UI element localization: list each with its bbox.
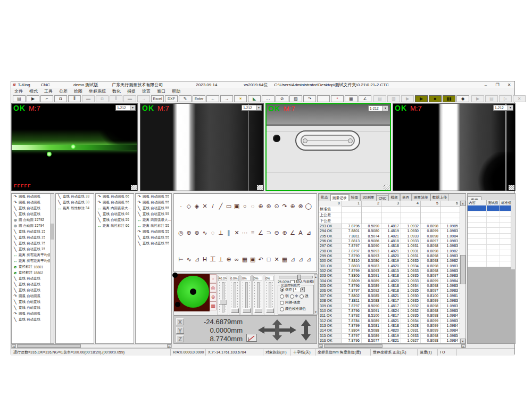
tool-icon-1-9[interactable]: ○ xyxy=(241,202,248,210)
elements-row[interactable] xyxy=(468,256,512,262)
table-row[interactable]: 293 OK7.87968.50901.48171.09320.80981.09… xyxy=(319,224,460,229)
toolbar-open-button[interactable]: ▶ xyxy=(27,95,39,102)
elements-row[interactable] xyxy=(468,234,512,240)
tool-icon-2-17[interactable]: ⊿ xyxy=(305,229,312,236)
resize-grip[interactable] xyxy=(131,185,137,190)
element-item[interactable]: ⊕圆自动圆 15792 xyxy=(12,217,54,223)
table-row[interactable]: 308 OK7.88118.50881.48171.09350.80991.09… xyxy=(319,299,460,303)
table-row[interactable]: 301 OK7.88038.50831.48201.09340.80981.09… xyxy=(319,264,460,269)
scroll-right-icon[interactable]: ▸ xyxy=(461,344,466,348)
tool-icon-2-7[interactable]: ∥ xyxy=(225,229,232,236)
ring-seg-2-button[interactable]: ◎ xyxy=(210,283,217,292)
tab-测量清单[interactable]: 测量清单 xyxy=(412,194,430,201)
toolbar-dash-button[interactable]: - - xyxy=(262,95,275,102)
tool-icon-2-1[interactable]: ◎ xyxy=(177,229,185,236)
table-row[interactable]: 312 OK7.87848.50891.48211.09340.80991.09… xyxy=(319,319,460,324)
camera-view-2[interactable]: OK M:7 1-212▼ xyxy=(140,103,264,191)
ring-seg-1-button[interactable]: ◦ xyxy=(210,274,217,283)
elements-row[interactable] xyxy=(468,261,512,267)
tab-3D测量[interactable]: 3D测量 xyxy=(360,194,376,201)
tool-icon-2-13[interactable]: ⊖ xyxy=(273,229,280,236)
toolbar-probe-button[interactable]: ⌐ xyxy=(40,95,53,102)
table-row[interactable]: 302 OK7.87998.50931.48151.09330.80981.09… xyxy=(319,269,460,274)
toolbar-runner-button[interactable]: ◆ xyxy=(456,95,469,102)
table-row[interactable]: 294 OK7.88018.50801.48191.09300.80991.09… xyxy=(319,229,460,234)
tool-icon-1-10[interactable]: ◌ xyxy=(249,202,256,210)
table-row[interactable]: 304 OK7.88098.50891.48201.09330.80991.09… xyxy=(319,279,460,284)
toolbar-pause-button[interactable]: ▮▮ xyxy=(443,95,455,102)
element-item[interactable]: ↷圆弧自动圆弧 55 xyxy=(136,200,171,205)
element-item[interactable]: ╲直线自动直线 66 xyxy=(96,211,134,217)
scroll-left-icon[interactable]: ◂ xyxy=(12,344,16,348)
toolbar-pattern-button[interactable]: ▨ xyxy=(289,95,302,102)
element-item[interactable]: ╲直线自动直线 55 xyxy=(136,241,171,246)
menu-item-6[interactable]: 坐标系统 xyxy=(86,88,109,94)
element-item[interactable]: ⊕圆自动圆 15794 xyxy=(12,223,54,229)
toolbar-back-button[interactable]: ← xyxy=(206,95,219,102)
slider-thumb[interactable] xyxy=(254,308,262,313)
scroll-thumb[interactable] xyxy=(460,255,466,284)
tab-绘图[interactable]: 绘图 xyxy=(349,194,361,201)
chevron-down-icon[interactable]: ▼ xyxy=(383,106,388,111)
menu-item-5[interactable]: 绘图 xyxy=(71,88,86,94)
xy-jog-arrows[interactable] xyxy=(258,319,296,343)
toolbar-save-button[interactable]: ▤ xyxy=(13,95,26,102)
element-item[interactable]: ╲直线自动直线 55 xyxy=(136,205,171,211)
ring-seg-4-button[interactable]: ▦ xyxy=(210,301,217,310)
tool-icon-1-4[interactable]: ✕ xyxy=(201,202,209,210)
toolbar-stop-button[interactable]: ■ xyxy=(429,95,442,102)
scrollbar[interactable] xyxy=(50,194,54,343)
tool-icon-3-2[interactable]: ∿ xyxy=(185,256,193,263)
tool-icon-2-8[interactable]: ✕ xyxy=(233,229,240,236)
tool-icon-3-3[interactable]: ⊿ xyxy=(193,256,201,263)
toolbar-forward-button[interactable]: → xyxy=(220,95,233,102)
tool-icon-2-6[interactable]: ⊥ xyxy=(217,229,225,236)
toolbar-blank-button[interactable] xyxy=(317,95,330,102)
elements-row[interactable] xyxy=(468,250,512,256)
element-item[interactable]: ↷圆弧自动圆弧 xyxy=(12,311,54,317)
element-item[interactable]: ↷圆弧自动圆弧 55 xyxy=(136,229,171,235)
light-slider-4[interactable]: 0% xyxy=(252,275,263,315)
toolbar-laser-button[interactable]: * xyxy=(331,95,344,102)
tool-icon-2-4[interactable]: ∿ xyxy=(201,229,209,236)
table-row[interactable]: 300 OK7.88108.50861.48191.09350.80981.09… xyxy=(319,259,460,263)
menu-item-1[interactable]: 文件 xyxy=(11,88,26,94)
tool-icon-1-3[interactable]: ◈ xyxy=(193,202,201,210)
toolbar-curve-button[interactable]: ↷ xyxy=(303,95,316,102)
tool-icon-1-12[interactable]: ⊛ xyxy=(265,202,272,210)
element-item[interactable]: ↷圆弧自动圆弧 xyxy=(12,200,54,205)
slider-thumb[interactable] xyxy=(266,308,274,313)
scroll-up-icon[interactable]: ▲ xyxy=(460,201,466,206)
tab-CNC[interactable]: CNC xyxy=(377,195,389,201)
camera-range-select[interactable]: 1-212▼ xyxy=(115,105,136,111)
slider-thumb[interactable] xyxy=(219,300,227,304)
level-weak-radio[interactable] xyxy=(280,294,284,299)
chevron-down-icon[interactable]: ▼ xyxy=(256,105,261,110)
menu-item-3[interactable]: 工具 xyxy=(41,88,56,94)
tool-icon-2-10[interactable]: ≡ xyxy=(249,229,256,236)
level-mid-radio[interactable] xyxy=(290,294,294,299)
resize-grip[interactable] xyxy=(509,185,514,190)
level-strong-radio[interactable] xyxy=(300,294,304,299)
element-item[interactable]: ╲直线自动直线 xyxy=(12,205,54,211)
toolbar-camera-button[interactable]: ◘ xyxy=(54,95,67,102)
elements-row[interactable] xyxy=(468,239,512,245)
element-item[interactable]: ╲直线自动直线 15 xyxy=(12,241,54,246)
element-item[interactable]: ╲直线自动直线 xyxy=(12,287,54,293)
toolbar-excel-button[interactable]: Excel xyxy=(151,95,164,102)
scroll-right-icon[interactable]: ▸ xyxy=(167,344,171,348)
table-row[interactable]: 310 OK7.87968.50911.48241.09320.80981.09… xyxy=(319,309,460,314)
element-item[interactable]: ╲直线自动直线 15 xyxy=(12,229,54,235)
scroll-down-icon[interactable]: ▼ xyxy=(460,339,466,344)
element-item[interactable]: ╲直线自动直线 33 xyxy=(56,200,94,205)
table-row[interactable]: 303 OK7.88068.50911.48181.09350.80971.09… xyxy=(319,274,460,278)
mini-scrollbar[interactable]: ▲▼ xyxy=(314,274,318,315)
tool-icon-3-6[interactable]: ⊥ xyxy=(217,256,225,263)
light-slider-2[interactable]: 0.0% xyxy=(229,275,240,315)
save-radio[interactable] xyxy=(280,287,284,292)
toolbar-columns-button[interactable]: Ⅱ xyxy=(68,95,81,102)
light-slider-5[interactable]: 0% xyxy=(264,275,275,315)
tool-icon-1-13[interactable]: ⊙ xyxy=(273,202,280,210)
tool-icon-2-14[interactable]: ⊕ xyxy=(281,229,288,236)
toolbar-chart-button[interactable]: ∠ xyxy=(359,95,371,102)
